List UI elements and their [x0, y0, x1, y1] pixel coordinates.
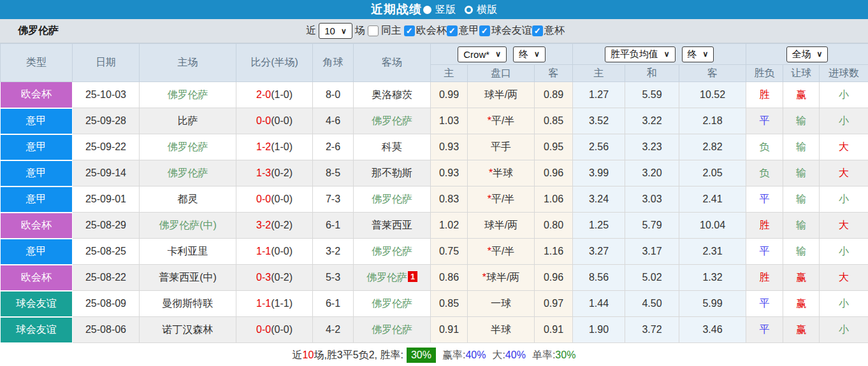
radio-selected-icon[interactable]: [423, 6, 431, 14]
period-select-group: 全场 ∨: [746, 44, 868, 65]
handicap-cell: *平/半: [468, 239, 535, 265]
chevron-down-icon: ∨: [703, 50, 709, 59]
competition-checkbox[interactable]: ✓: [447, 25, 458, 36]
home-odds: 0.99: [431, 82, 468, 108]
avg-draw-odds: 3.03: [625, 187, 679, 213]
col-header-score: 比分(半场): [236, 44, 313, 82]
away-team[interactable]: 佛罗伦萨: [354, 239, 431, 265]
avg-win-odds: 1.27: [573, 82, 625, 108]
home-team[interactable]: 佛罗伦萨: [140, 160, 236, 187]
away-team[interactable]: 佛罗伦萨1: [354, 265, 431, 291]
away-team[interactable]: 佛罗伦萨: [354, 291, 431, 317]
result-handicap: 赢: [783, 317, 820, 343]
avg-win-odds: 3.52: [573, 108, 625, 134]
col-header-result-handicap: 让球: [783, 65, 820, 82]
col-header-date: 日期: [73, 44, 140, 82]
competition-badge: 意甲: [1, 108, 73, 134]
home-team[interactable]: 曼彻斯特联: [140, 291, 236, 317]
col-header-corners: 角球: [313, 44, 354, 82]
competition-checkbox[interactable]: ✓: [479, 25, 490, 36]
away-team[interactable]: 科莫: [354, 134, 431, 160]
handicap-cell: *球半/两: [468, 265, 535, 291]
recent-count-select[interactable]: 10 ∨: [319, 23, 352, 39]
home-odds: 0.86: [431, 265, 468, 291]
result-goals: 小: [820, 187, 868, 213]
handicap-cell: *平/半: [468, 108, 535, 134]
page-title: 近期战绩: [371, 1, 422, 18]
corners-cell: 7-3: [313, 187, 354, 213]
home-odds: 0.91: [431, 317, 468, 343]
competition-checkbox-label: 意杯: [544, 24, 565, 38]
home-team[interactable]: 佛罗伦萨: [140, 82, 236, 108]
competition-filter: ✓欧会杯: [404, 24, 447, 38]
avg-draw-odds: 3.72: [625, 317, 679, 343]
home-team[interactable]: 都灵: [140, 187, 236, 213]
corners-cell: 2-6: [313, 134, 354, 160]
result-goals: 大: [820, 134, 868, 160]
competition-checkbox-label: 意甲: [459, 24, 479, 38]
result-wdl: 平: [746, 291, 783, 317]
competition-checkbox[interactable]: ✓: [532, 25, 543, 36]
home-team[interactable]: 佛罗伦萨(中): [140, 213, 236, 239]
avg-draw-odds: 5.79: [625, 213, 679, 239]
match-date: 25-09-22: [73, 134, 140, 160]
handicap-cell: 球半/两: [468, 213, 535, 239]
home-team[interactable]: 诺丁汉森林: [140, 317, 236, 343]
same-home-checkbox[interactable]: [368, 25, 379, 36]
result-goals: 大: [820, 160, 868, 187]
match-date: 25-10-03: [73, 82, 140, 108]
bookmaker-select[interactable]: Crow* ∨: [458, 46, 507, 62]
summary-footer: 近10场,胜3平5负2, 胜率: 30% 赢率:40% 大:40% 单率:30%: [0, 344, 868, 366]
result-goals: 大: [820, 213, 868, 239]
home-team[interactable]: 卡利亚里: [140, 239, 236, 265]
bookmaker-time-select[interactable]: 终 ∨: [513, 46, 546, 62]
competition-filters: ✓欧会杯✓意甲✓球会友谊✓意杯: [404, 24, 565, 38]
competition-checkbox[interactable]: ✓: [404, 25, 415, 36]
result-goals: 小: [820, 239, 868, 265]
handicap-cell: 半球: [468, 317, 535, 343]
avg-win-odds: 3.99: [573, 160, 625, 187]
match-row: 意甲25-08-25卡利亚里1-1(0-0)3-2佛罗伦萨0.75*平/半1.1…: [1, 239, 868, 265]
results-table-body: 欧会杯25-10-03佛罗伦萨2-0(1-0)8-0奥洛穆茨0.99球半/两0.…: [1, 82, 868, 343]
score-cell: 1-2(1-0): [236, 134, 313, 160]
radio-vertical-label[interactable]: 竖版: [435, 3, 456, 17]
home-team[interactable]: 普莱西亚(中): [140, 265, 236, 291]
result-wdl: 负: [746, 160, 783, 187]
away-team[interactable]: 那不勒斯: [354, 160, 431, 187]
summary-games-count: 10: [303, 349, 314, 361]
topbar: 近期战绩 竖版 横版: [0, 0, 868, 19]
away-team[interactable]: 奥洛穆茨: [354, 82, 431, 108]
bookmaker-select-group: Crow* ∨ 终 ∨: [431, 44, 573, 65]
competition-badge: 意甲: [1, 239, 73, 265]
avg-draw-odds: 5.59: [625, 82, 679, 108]
match-row: 球会友谊25-08-06诺丁汉森林0-0(0-0)4-2佛罗伦萨0.91半球0.…: [1, 317, 868, 343]
radio-horizontal-label[interactable]: 横版: [477, 3, 497, 17]
col-header-odds-away: 客: [535, 65, 573, 82]
away-team[interactable]: 佛罗伦萨: [354, 108, 431, 134]
home-team[interactable]: 比萨: [140, 108, 236, 134]
avg-draw-odds: 4.50: [625, 291, 679, 317]
period-select[interactable]: 全场 ∨: [786, 46, 828, 62]
result-wdl: 负: [746, 134, 783, 160]
radio-unselected-icon[interactable]: [465, 6, 473, 14]
away-odds: 0.96: [535, 265, 573, 291]
competition-badge: 欧会杯: [1, 82, 73, 108]
away-team[interactable]: 佛罗伦萨: [354, 187, 431, 213]
score-cell: 1-3(0-2): [236, 160, 313, 187]
match-date: 25-08-06: [73, 317, 140, 343]
avg-time-select[interactable]: 终 ∨: [682, 46, 714, 62]
avg-odds-select[interactable]: 胜平负均值 ∨: [605, 46, 676, 62]
match-row: 意甲25-09-14佛罗伦萨1-3(0-2)8-5那不勒斯0.93*半球0.96…: [1, 160, 868, 187]
competition-badge: 意甲: [1, 160, 73, 187]
summary-record: 场,胜3平5负2, 胜率:: [314, 349, 403, 362]
corners-cell: 6-1: [313, 291, 354, 317]
home-odds: 1.02: [431, 213, 468, 239]
home-odds: 1.03: [431, 108, 468, 134]
match-row: 欧会杯25-08-22普莱西亚(中)0-3(0-2)5-3佛罗伦萨10.86*球…: [1, 265, 868, 291]
handicap-rate-value: 40%: [465, 349, 486, 361]
away-team[interactable]: 佛罗伦萨: [354, 317, 431, 343]
home-team[interactable]: 佛罗伦萨: [140, 134, 236, 160]
result-goals: 大: [820, 265, 868, 291]
away-team[interactable]: 普莱西亚: [354, 213, 431, 239]
avg-lose-odds: 2.18: [679, 108, 746, 134]
